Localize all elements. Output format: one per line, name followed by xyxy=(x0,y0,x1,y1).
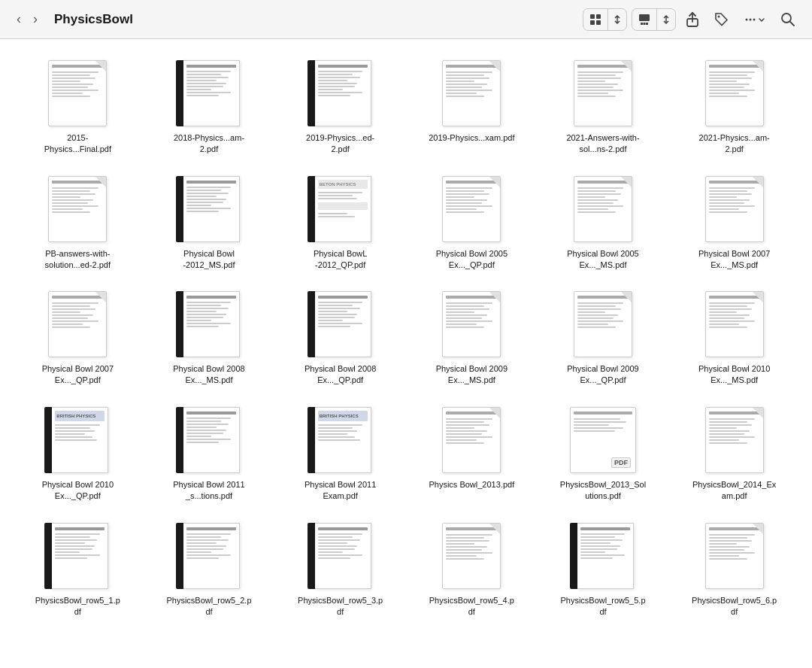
file-name: Physical Bowl 2007 Ex..._MS.pdf xyxy=(691,248,777,271)
svg-point-10 xyxy=(746,18,748,20)
file-grid: 2015-Physics...Final.pdf xyxy=(15,54,797,623)
file-item[interactable]: Physical Bowl 2007 Ex..._MS.pdf xyxy=(671,170,797,277)
file-item[interactable]: PhysicsBowl_row5_5.pdf xyxy=(541,517,666,624)
file-item[interactable]: Physical Bowl 2005 Ex..._QP.pdf xyxy=(409,170,535,277)
file-item[interactable]: PhysicsBowl_row5_3.pdf xyxy=(277,517,403,624)
svg-rect-2 xyxy=(590,20,595,25)
file-name: Physical Bowl 2008 Ex..._MS.pdf xyxy=(165,363,252,386)
file-item[interactable]: Physical Bowl 2009 Ex..._MS.pdf xyxy=(409,285,535,392)
file-item[interactable]: PhysicsBowl_row5_4.pdf xyxy=(409,517,535,624)
file-item[interactable]: PDF PhysicsBowl_2013_Solutions.pdf xyxy=(541,401,666,508)
svg-point-13 xyxy=(782,14,791,23)
gallery-view-group xyxy=(632,8,676,31)
gallery-sort-button[interactable] xyxy=(657,11,675,28)
share-button[interactable] xyxy=(680,8,704,31)
file-item[interactable]: Physics Bowl_2013.pdf xyxy=(409,401,535,508)
gallery-view-button[interactable] xyxy=(632,9,657,30)
file-name: PhysicsBowl_row5_6.pdf xyxy=(691,595,777,618)
file-name: PB-answers-with-solution...ed-2.pdf xyxy=(35,248,121,271)
forward-button[interactable]: › xyxy=(29,8,42,30)
file-name: PhysicsBowl_row5_5.pdf xyxy=(559,595,646,618)
file-item[interactable]: Physical Bowl 2008 Ex..._MS.pdf xyxy=(147,285,272,392)
file-item[interactable]: Physical Bowl 2011 _s...tions.pdf xyxy=(147,401,272,508)
file-item[interactable]: BRITISH PHYSICS Physical Bowl 2011 Exam.… xyxy=(277,401,403,508)
file-name: Physical Bowl 2011 Exam.pdf xyxy=(297,479,383,502)
file-item[interactable]: BRITISH PHYSICS Physical Bowl 2010 Ex...… xyxy=(15,401,141,508)
file-name: Physical Bowl 2008 Ex..._QP.pdf xyxy=(297,363,383,386)
file-item[interactable]: PhysicsBowl_row5_6.pdf xyxy=(671,517,797,624)
file-item[interactable]: Physical Bowl 2009 Ex..._QP.pdf xyxy=(541,285,666,392)
file-name: Physical Bowl 2005 Ex..._QP.pdf xyxy=(429,248,515,271)
file-name: PhysicsBowl_2014_Exam.pdf xyxy=(691,479,777,502)
svg-point-12 xyxy=(753,18,756,20)
svg-rect-4 xyxy=(639,14,650,21)
svg-rect-6 xyxy=(644,23,646,25)
file-name: Physics Bowl_2013.pdf xyxy=(429,479,514,490)
file-item[interactable]: 2018-Physics...am-2.pdf xyxy=(147,54,272,161)
file-item[interactable]: 2021-Physics...am-2.pdf xyxy=(671,54,797,161)
grid-sort-button[interactable] xyxy=(608,11,626,28)
svg-rect-7 xyxy=(646,23,648,25)
file-item[interactable]: 2019-Physics...ed-2.pdf xyxy=(277,54,403,161)
file-name: 2021-Answers-with-sol...ns-2.pdf xyxy=(559,132,646,155)
file-item[interactable]: PhysicsBowl_2014_Exam.pdf xyxy=(671,401,797,508)
file-item[interactable]: Physical Bowl 2008 Ex..._QP.pdf xyxy=(277,285,403,392)
file-item[interactable]: Physical Bowl 2005 Ex..._MS.pdf xyxy=(541,170,666,277)
file-item[interactable]: 2021-Answers-with-sol...ns-2.pdf xyxy=(541,54,666,161)
svg-rect-1 xyxy=(596,14,601,19)
file-name: PhysicsBowl_row5_1.pdf xyxy=(35,595,121,618)
file-name: Physical Bowl 2009 Ex..._MS.pdf xyxy=(429,363,515,386)
file-name: 2021-Physics...am-2.pdf xyxy=(691,132,777,155)
file-name: Physical BowL -2012_QP.pdf xyxy=(297,248,383,271)
search-button[interactable] xyxy=(775,8,800,30)
file-name: Physical Bowl 2011 _s...tions.pdf xyxy=(165,479,252,502)
file-item[interactable]: Physical Bowl 2007 Ex..._QP.pdf xyxy=(15,285,141,392)
more-options-button[interactable] xyxy=(738,9,771,30)
file-name: PhysicsBowl_2013_Solutions.pdf xyxy=(559,479,646,502)
file-name: Physical Bowl 2007 Ex..._QP.pdf xyxy=(35,363,121,386)
file-name: PhysicsBowl_row5_4.pdf xyxy=(429,595,515,618)
file-name: PhysicsBowl_row5_3.pdf xyxy=(297,595,383,618)
file-item[interactable]: Physical Bowl 2010 Ex..._MS.pdf xyxy=(671,285,797,392)
file-item[interactable]: BETON PHYSICS Physical BowL -2012_QP.pdf xyxy=(277,170,403,277)
file-name: Physical Bowl -2012_MS.pdf xyxy=(165,248,252,271)
svg-rect-3 xyxy=(596,20,601,25)
file-name: PhysicsBowl_row5_2.pdf xyxy=(165,595,252,618)
folder-title: PhysicsBowl xyxy=(54,12,577,27)
svg-rect-0 xyxy=(590,14,595,19)
file-item[interactable]: 2015-Physics...Final.pdf xyxy=(15,54,141,161)
file-name: Physical Bowl 2010 Ex..._MS.pdf xyxy=(691,363,777,386)
file-name: Physical Bowl 2009 Ex..._QP.pdf xyxy=(559,363,646,386)
file-item[interactable]: Physical Bowl -2012_MS.pdf xyxy=(147,170,272,277)
file-grid-container: 2015-Physics...Final.pdf xyxy=(0,39,812,668)
tag-button[interactable] xyxy=(709,8,734,30)
back-button[interactable]: ‹ xyxy=(12,8,26,30)
file-name: Physical Bowl 2005 Ex..._MS.pdf xyxy=(559,248,646,271)
file-item[interactable]: PB-answers-with-solution...ed-2.pdf xyxy=(15,170,141,277)
view-toggle-group xyxy=(583,8,627,31)
file-name: 2018-Physics...am-2.pdf xyxy=(165,132,252,155)
file-name: Physical Bowl 2010 Ex..._QP.pdf xyxy=(35,479,121,502)
svg-line-14 xyxy=(790,22,794,26)
file-item[interactable]: PhysicsBowl_row5_2.pdf xyxy=(147,517,272,624)
file-name: 2019-Physics...xam.pdf xyxy=(429,132,514,144)
svg-rect-5 xyxy=(641,23,643,25)
file-item[interactable]: PhysicsBowl_row5_1.pdf xyxy=(15,517,141,624)
grid-view-button[interactable] xyxy=(583,9,608,30)
file-name: 2019-Physics...ed-2.pdf xyxy=(297,132,383,155)
nav-buttons: ‹ › xyxy=(12,8,42,30)
svg-point-11 xyxy=(750,18,752,20)
svg-point-9 xyxy=(718,16,720,18)
toolbar-actions xyxy=(583,8,800,31)
file-item[interactable]: 2019-Physics...xam.pdf xyxy=(409,54,535,161)
toolbar: ‹ › PhysicsBowl xyxy=(0,0,812,39)
file-name: 2015-Physics...Final.pdf xyxy=(35,132,121,155)
